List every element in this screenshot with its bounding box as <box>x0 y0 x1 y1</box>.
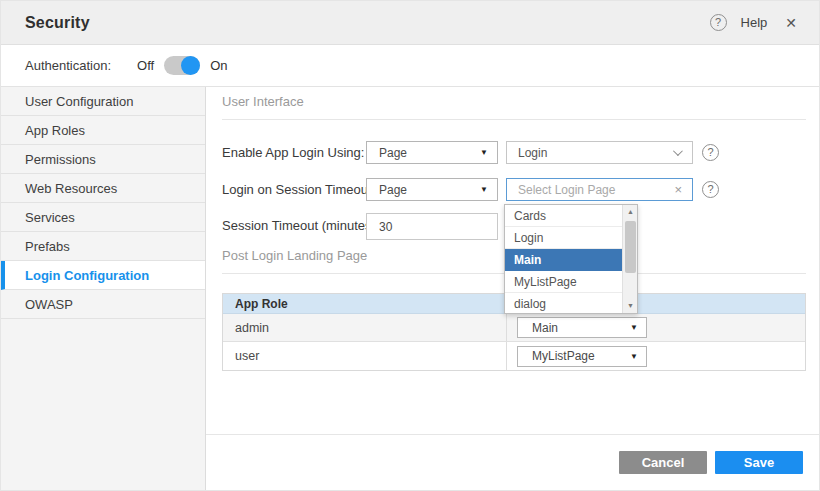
sidebar-item-web-resources[interactable]: Web Resources <box>1 174 205 203</box>
dropdown-option-mylistpage[interactable]: MyListPage <box>505 271 622 293</box>
role-name: admin <box>223 321 269 335</box>
section-title-post-login-landing: Post Login Landing Page <box>222 248 367 263</box>
dropdown-option-cards[interactable]: Cards <box>505 205 622 227</box>
sidebar-item-user-configuration[interactable]: User Configuration <box>1 87 205 116</box>
column-header-app-role: App Role <box>223 297 288 311</box>
page-title: Security <box>25 14 90 32</box>
scroll-down-icon[interactable]: ▼ <box>623 299 638 313</box>
sidebar-item-prefabs[interactable]: Prefabs <box>1 232 205 261</box>
selected-value: MyListPage <box>518 349 595 363</box>
app-role-cell: user <box>223 342 507 370</box>
selected-value: Main <box>518 321 558 335</box>
settings-sidebar: User Configuration App Roles Permissions… <box>1 87 206 491</box>
help-icon[interactable]: ? <box>710 14 727 31</box>
selected-value: Page <box>367 146 407 160</box>
dialog-header: Security ? Help ✕ <box>1 1 820 45</box>
landing-page-select-user[interactable]: MyListPage ▼ <box>517 346 647 367</box>
role-name: user <box>223 349 259 363</box>
landing-page-select-admin[interactable]: Main ▼ <box>517 317 647 338</box>
enable-app-login-label: Enable App Login Using: <box>222 145 364 160</box>
login-page-dropdown: Cards Login Main MyListPage dialog ▲ ▼ <box>504 204 638 314</box>
chevron-down-icon <box>673 146 683 156</box>
table-row: admin Main ▼ <box>223 314 805 342</box>
security-dialog: Security ? Help ✕ Authentication: Off On… <box>0 0 820 491</box>
sidebar-item-app-roles[interactable]: App Roles <box>1 116 205 145</box>
dropdown-arrow-icon: ▼ <box>630 323 638 332</box>
toggle-off-label: Off <box>137 58 154 73</box>
sidebar-item-services[interactable]: Services <box>1 203 205 232</box>
toggle-knob <box>181 56 200 75</box>
login-session-timeout-help-icon[interactable]: ? <box>702 181 719 198</box>
toggle-on-label: On <box>210 58 227 73</box>
close-icon[interactable]: ✕ <box>781 15 801 31</box>
clear-icon[interactable]: × <box>674 182 682 197</box>
authentication-toggle[interactable] <box>164 56 200 75</box>
authentication-bar: Authentication: Off On <box>1 45 820 87</box>
combobox-placeholder: Select Login Page <box>507 183 615 197</box>
save-button[interactable]: Save <box>715 451 803 474</box>
scrollbar-thumb[interactable] <box>625 221 636 273</box>
sidebar-item-permissions[interactable]: Permissions <box>1 145 205 174</box>
enable-app-login-page-combobox[interactable]: Login <box>506 141 693 164</box>
dropdown-arrow-icon: ▼ <box>630 352 638 361</box>
authentication-label: Authentication: <box>25 58 111 73</box>
dropdown-arrow-icon: ▼ <box>480 185 488 194</box>
login-session-timeout-label: Login on Session Timeout: <box>222 182 375 197</box>
section-divider <box>222 119 806 120</box>
dropdown-option-dialog[interactable]: dialog <box>505 293 622 313</box>
help-link[interactable]: Help <box>741 15 768 30</box>
enable-app-login-type-select[interactable]: Page ▼ <box>366 141 498 164</box>
selected-value: Page <box>367 183 407 197</box>
login-session-timeout-page-combobox[interactable]: Select Login Page × <box>506 178 693 201</box>
header-actions: ? Help ✕ <box>710 14 801 31</box>
dropdown-option-main[interactable]: Main <box>505 249 622 271</box>
login-configuration-panel: User Interface Enable App Login Using: P… <box>206 87 820 491</box>
combobox-value: Login <box>507 146 547 160</box>
enable-app-login-help-icon[interactable]: ? <box>702 144 719 161</box>
landing-page-cell: Main ▼ <box>507 314 805 341</box>
session-timeout-minutes-label: Session Timeout (minutes): <box>222 218 380 233</box>
footer-divider <box>206 434 820 435</box>
login-session-timeout-type-select[interactable]: Page ▼ <box>366 178 498 201</box>
scroll-up-icon[interactable]: ▲ <box>623 205 638 219</box>
dropdown-arrow-icon: ▼ <box>480 148 488 157</box>
table-row: user MyListPage ▼ <box>223 342 805 370</box>
session-timeout-minutes-input[interactable] <box>366 213 498 240</box>
dropdown-option-login[interactable]: Login <box>505 227 622 249</box>
sidebar-item-login-configuration[interactable]: Login Configuration <box>1 261 205 290</box>
sidebar-item-owasp[interactable]: OWASP <box>1 290 205 319</box>
app-role-cell: admin <box>223 314 507 341</box>
cancel-button[interactable]: Cancel <box>619 451 707 474</box>
section-title-user-interface: User Interface <box>222 94 304 109</box>
dropdown-option-list: Cards Login Main MyListPage dialog <box>505 205 622 313</box>
dialog-body: User Configuration App Roles Permissions… <box>1 87 820 491</box>
landing-page-cell: MyListPage ▼ <box>507 342 805 370</box>
dropdown-scrollbar[interactable]: ▲ ▼ <box>622 205 637 313</box>
